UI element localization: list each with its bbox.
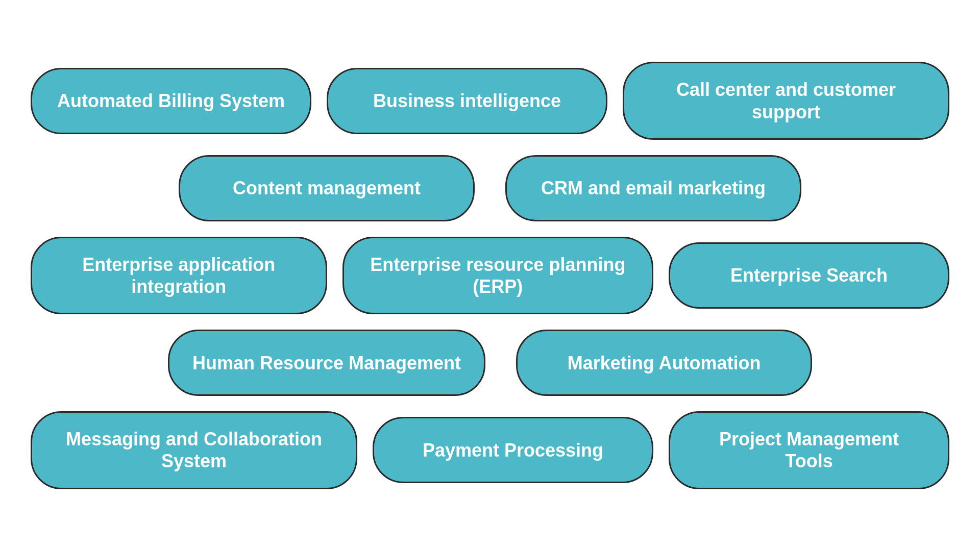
chip-label: Enterprise Search: [730, 264, 888, 286]
chip-payment-processing[interactable]: Payment Processing: [373, 417, 653, 483]
chip-label: Payment Processing: [423, 439, 603, 461]
chip-label: Enterprise resource planning (ERP): [367, 254, 629, 297]
row-5: Messaging and Collaboration System Payme…: [31, 411, 949, 489]
chip-label: Automated Billing System: [57, 90, 285, 112]
chip-business-intelligence[interactable]: Business intelligence: [327, 68, 607, 134]
row-3: Enterprise application integration Enter…: [31, 237, 949, 314]
chip-label: Business intelligence: [373, 90, 561, 112]
main-container: Automated Billing System Business intell…: [15, 41, 965, 509]
chip-hrm[interactable]: Human Resource Management: [168, 330, 485, 396]
chip-crm-email[interactable]: CRM and email marketing: [505, 155, 801, 221]
chip-label: Messaging and Collaboration System: [55, 428, 333, 472]
chip-enterprise-search[interactable]: Enterprise Search: [669, 242, 949, 309]
row-4: Human Resource Management Marketing Auto…: [31, 330, 949, 396]
chip-label: Marketing Automation: [568, 352, 761, 374]
row-2: Content management CRM and email marketi…: [31, 155, 949, 221]
chip-project-management[interactable]: Project Management Tools: [669, 411, 949, 489]
chip-call-center[interactable]: Call center and customer support: [623, 62, 949, 139]
chip-label: Enterprise application integration: [55, 254, 303, 297]
chip-label: Project Management Tools: [693, 428, 925, 472]
chip-automated-billing[interactable]: Automated Billing System: [31, 68, 311, 134]
chip-enterprise-integration[interactable]: Enterprise application integration: [31, 237, 327, 314]
chip-label: Human Resource Management: [192, 352, 461, 374]
chip-label: Content management: [233, 177, 421, 199]
chip-label: Call center and customer support: [647, 79, 925, 122]
chip-label: CRM and email marketing: [541, 177, 766, 199]
chip-messaging[interactable]: Messaging and Collaboration System: [31, 411, 357, 489]
row-1: Automated Billing System Business intell…: [31, 62, 949, 139]
chip-erp[interactable]: Enterprise resource planning (ERP): [342, 237, 653, 314]
chip-marketing-automation[interactable]: Marketing Automation: [516, 330, 812, 396]
chip-content-management[interactable]: Content management: [179, 155, 475, 221]
